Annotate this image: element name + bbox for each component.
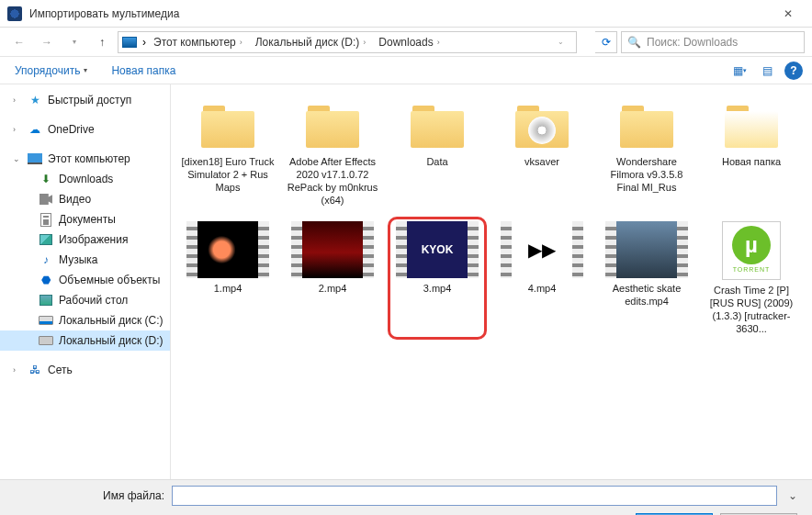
sidebar-video[interactable]: Видео <box>0 189 170 209</box>
file-label: 4.mp4 <box>528 282 557 295</box>
filename-label: Имя файла: <box>103 489 164 502</box>
help-button[interactable]: ? <box>784 62 803 80</box>
file-item[interactable]: Новая папка <box>702 95 801 211</box>
file-item[interactable]: µTORRENTCrash Time 2 [P] [RUS RUS] (2009… <box>702 217 801 340</box>
sidebar-desktop[interactable]: Рабочий стол <box>0 290 170 310</box>
toolbar: Упорядочить▾ Новая папка ▦▾ ▤ ? <box>0 57 812 84</box>
file-item[interactable]: Data <box>388 95 487 211</box>
file-label: 1.mp4 <box>214 282 242 295</box>
app-icon <box>7 6 22 21</box>
up-button[interactable]: ↑ <box>90 31 114 53</box>
file-item[interactable]: [dixen18] Euro Truck Simulator 2 + Rus M… <box>178 95 277 211</box>
sidebar-music[interactable]: ♪Музыка <box>0 250 170 270</box>
file-item[interactable]: 2.mp4 <box>283 217 382 340</box>
folder-icon <box>197 100 258 151</box>
dialog-footer: Имя файла: ⌄ Открыть Отмена <box>0 479 812 515</box>
file-item[interactable]: ▶▶4.mp4 <box>492 217 592 340</box>
file-label: 2.mp4 <box>319 282 347 295</box>
filename-dropdown[interactable]: ⌄ <box>784 489 801 502</box>
view-details-button[interactable]: ▤ <box>757 62 777 80</box>
file-item[interactable]: Adobe After Effects 2020 v17.1.0.72 RePa… <box>283 95 382 211</box>
file-pane[interactable]: [dixen18] Euro Truck Simulator 2 + Rus M… <box>171 84 812 479</box>
file-label: [dixen18] Euro Truck Simulator 2 + Rus M… <box>181 155 275 194</box>
sidebar-drive-c[interactable]: Локальный диск (C:) <box>0 310 170 330</box>
file-label: Adobe After Effects 2020 v17.1.0.72 RePa… <box>286 155 379 207</box>
sidebar-downloads[interactable]: ⬇Downloads <box>0 169 170 189</box>
svg-rect-1 <box>28 162 42 164</box>
file-label: Wondershare Filmora v9.3.5.8 Final MI_Ru… <box>600 155 694 194</box>
folder-icon <box>302 100 363 151</box>
file-item[interactable]: KYOK3.mp4 <box>388 217 487 340</box>
breadcrumb-dropdown[interactable]: ⌄ <box>548 31 572 53</box>
file-item[interactable]: vksaver <box>492 95 592 211</box>
sidebar-3d-objects[interactable]: ⬣Объемные объекты <box>0 270 170 290</box>
folder-icon <box>407 100 468 151</box>
video-thumbnail <box>186 221 269 278</box>
new-folder-button[interactable]: Новая папка <box>106 61 181 81</box>
file-label: vksaver <box>524 155 559 168</box>
sidebar: ›★Быстрый доступ ›☁OneDrive ⌄Этот компью… <box>0 84 171 479</box>
sidebar-quick-access[interactable]: ›★Быстрый доступ <box>0 90 170 110</box>
sidebar-drive-d[interactable]: Локальный диск (D:) <box>0 330 170 351</box>
video-thumbnail <box>291 221 374 278</box>
sidebar-network[interactable]: ›🖧Сеть <box>0 360 170 380</box>
forward-button[interactable]: → <box>35 31 59 53</box>
search-input[interactable]: 🔍 Поиск: Downloads <box>621 31 805 53</box>
organize-menu[interactable]: Упорядочить▾ <box>9 61 93 81</box>
video-thumbnail: ▶▶ <box>501 221 583 278</box>
titlebar: Импортировать мультимедиа ✕ <box>0 0 812 28</box>
video-thumbnail: KYOK <box>396 221 479 278</box>
sidebar-documents[interactable]: Документы <box>0 209 170 230</box>
pc-icon <box>122 37 137 48</box>
filename-input[interactable] <box>172 486 777 506</box>
sidebar-onedrive[interactable]: ›☁OneDrive <box>0 119 170 140</box>
file-item[interactable]: Aesthetic skate edits.mp4 <box>597 217 696 340</box>
file-item[interactable]: 1.mp4 <box>178 217 277 340</box>
refresh-button[interactable]: ⟳ <box>595 31 617 53</box>
video-thumbnail <box>605 221 688 278</box>
window-title: Импортировать мультимедиа <box>29 7 772 20</box>
file-item[interactable]: Wondershare Filmora v9.3.5.8 Final MI_Ru… <box>597 95 696 211</box>
file-label: Новая папка <box>722 155 781 168</box>
back-button[interactable]: ← <box>7 31 31 53</box>
breadcrumb[interactable]: › Этот компьютер› Локальный диск (D:)› D… <box>118 31 577 53</box>
view-icons-button[interactable]: ▦▾ <box>729 62 750 80</box>
navbar: ← → ▾ ↑ › Этот компьютер› Локальный диск… <box>0 28 812 57</box>
svg-rect-0 <box>28 153 42 162</box>
crumb-drive-d[interactable]: Локальный диск (D:)› <box>250 34 372 50</box>
file-label: Aesthetic skate edits.mp4 <box>600 282 694 308</box>
search-icon: 🔍 <box>627 36 641 49</box>
close-button[interactable]: ✕ <box>772 3 805 25</box>
crumb-thispc[interactable]: Этот компьютер› <box>148 34 248 50</box>
file-label: Crash Time 2 [P] [RUS RUS] (2009) (1.3.3… <box>705 284 798 335</box>
recent-dropdown[interactable]: ▾ <box>62 31 86 53</box>
chevron-right-icon: › <box>142 36 146 49</box>
folder-icon <box>616 100 677 151</box>
folder-icon <box>512 100 572 151</box>
sidebar-pictures[interactable]: Изображения <box>0 230 170 250</box>
search-placeholder: Поиск: Downloads <box>647 36 738 49</box>
file-label: Data <box>426 155 447 168</box>
folder-icon <box>721 100 782 151</box>
file-label: 3.mp4 <box>423 282 452 295</box>
crumb-downloads[interactable]: Downloads› <box>373 34 445 50</box>
sidebar-this-pc[interactable]: ⌄Этот компьютер <box>0 149 170 169</box>
torrent-icon: µTORRENT <box>722 221 781 280</box>
